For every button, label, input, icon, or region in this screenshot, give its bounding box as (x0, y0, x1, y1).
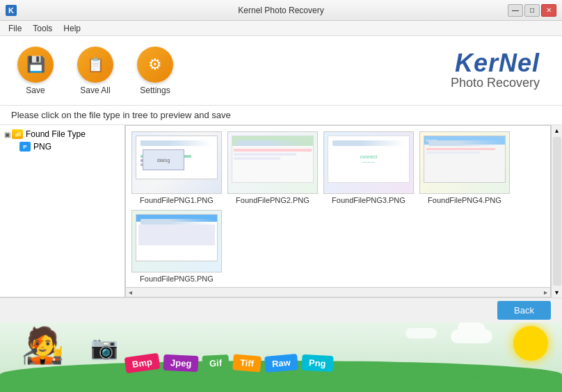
cloud-2 (406, 328, 437, 338)
menu-help[interactable]: Help (58, 22, 86, 35)
preview-item-5[interactable]: FoundFilePNG5.PNG (131, 210, 222, 283)
save-all-label: Save All (80, 85, 110, 95)
thumbnail-1: dialog (131, 131, 222, 194)
instruction-text: Please click on the file type in tree to… (0, 106, 562, 125)
thumbnail-3: connect-------- (323, 131, 414, 194)
save-button[interactable]: 💾 Save (11, 47, 60, 95)
cloud-illustration (451, 329, 492, 343)
tag-raw: Raw (264, 354, 298, 373)
preview-grid: dialog FoundFilePNG1.PNG (131, 131, 545, 283)
tree-root[interactable]: ▣ 📁 Found File Type (3, 128, 122, 140)
thumb-image-2 (228, 132, 317, 193)
scroll-thumb[interactable] (553, 137, 561, 286)
filename-3: FoundFilePNG3.PNG (332, 196, 406, 204)
tag-png: Png (301, 354, 333, 372)
settings-button[interactable]: ⚙ Settings (131, 47, 179, 95)
brand-subtitle: Photo Recovery (451, 76, 540, 90)
brand-area: KerNel Photo Recovery (451, 51, 551, 90)
menu-file[interactable]: File (3, 22, 27, 35)
vertical-scrollbar[interactable]: ▴ ▾ (551, 125, 562, 297)
filename-4: FoundFilePNG4.PNG (428, 196, 501, 204)
thumb-image-5 (132, 211, 221, 272)
brand-title: KerNel (451, 51, 540, 76)
menu-tools[interactable]: Tools (27, 22, 58, 35)
filename-1: FoundFilePNG1.PNG (140, 196, 214, 204)
thumb-image-1: dialog (132, 132, 221, 193)
preview-scroll-area[interactable]: dialog FoundFilePNG1.PNG (126, 126, 550, 287)
camera-icon: 📷 (90, 334, 118, 361)
settings-label: Settings (140, 85, 170, 95)
tag-tiff: Tiff (232, 354, 262, 372)
maximize-button[interactable]: □ (524, 4, 540, 17)
tree-panel[interactable]: ▣ 📁 Found File Type P PNG (0, 125, 125, 297)
preview-item-2[interactable]: FoundFilePNG2.PNG (227, 131, 318, 204)
character-illustration: 🧑‍🎤 (21, 325, 64, 366)
preview-panel[interactable]: dialog FoundFilePNG1.PNG (125, 125, 551, 297)
thumbnail-2 (227, 131, 318, 194)
settings-icon: ⚙ (137, 47, 173, 83)
filename-5: FoundFilePNG5.PNG (140, 275, 214, 283)
title-bar-left: K (6, 5, 17, 16)
sun-illustration (513, 326, 548, 361)
footer-illustration: 🧑‍🎤 📷 Bmp Jpeg Gif Tiff Raw Png Select a… (0, 322, 562, 392)
horizontal-scrollbar[interactable]: ◂ ▸ (126, 287, 550, 297)
title-controls: — □ ✕ (508, 4, 556, 17)
main-content: ▣ 📁 Found File Type P PNG (0, 125, 562, 297)
preview-item-1[interactable]: dialog FoundFilePNG1.PNG (131, 131, 222, 204)
thumb-image-4: Kernel (420, 132, 509, 193)
save-icon: 💾 (17, 47, 54, 83)
thumbnail-4: Kernel (419, 131, 510, 194)
bottom-bar: Back (0, 297, 562, 322)
png-file-icon: P (19, 142, 31, 152)
filename-2: FoundFilePNG2.PNG (236, 196, 310, 204)
expand-icon: ▣ (4, 131, 10, 138)
window-title: Kernel Photo Recovery (238, 6, 323, 15)
minimize-button[interactable]: — (508, 4, 523, 17)
app-icon: K (6, 5, 17, 16)
tree-png-label: PNG (33, 142, 51, 152)
scroll-up-arrow[interactable]: ▴ (554, 125, 560, 136)
thumb-image-3: connect-------- (324, 132, 413, 193)
title-bar: K Kernel Photo Recovery — □ ✕ (0, 0, 562, 21)
tag-gif: Gif (202, 354, 230, 372)
tag-bmp: Bmp (125, 353, 161, 374)
preview-item-3[interactable]: connect-------- FoundFilePNG3.PNG (323, 131, 414, 204)
thumbnail-5 (131, 210, 222, 272)
close-button[interactable]: ✕ (541, 4, 556, 17)
save-label: Save (26, 85, 45, 95)
scroll-arrows: ◂ ▸ (129, 288, 547, 296)
save-all-icon: 📋 (77, 47, 113, 83)
toolbar: 💾 Save 📋 Save All ⚙ Settings KerNel Phot… (0, 36, 562, 106)
scroll-left-arrow[interactable]: ◂ (129, 288, 132, 296)
tree-png-node[interactable]: P PNG (3, 140, 122, 153)
scroll-down-arrow[interactable]: ▾ (554, 287, 560, 297)
folder-icon: 📁 (12, 129, 23, 139)
save-all-button[interactable]: 📋 Save All (71, 47, 120, 95)
menu-bar: File Tools Help (0, 21, 562, 36)
format-tags: Bmp Jpeg Gif Tiff Raw Png (125, 355, 333, 371)
tag-jpeg: Jpeg (163, 354, 198, 373)
back-button[interactable]: Back (497, 301, 551, 320)
tree-root-label: Found File Type (26, 129, 86, 139)
preview-item-4[interactable]: Kernel FoundFilePNG4.PNG (419, 131, 510, 204)
tagline-text: Select and Recover (407, 366, 548, 384)
scroll-right-arrow[interactable]: ▸ (544, 288, 547, 296)
